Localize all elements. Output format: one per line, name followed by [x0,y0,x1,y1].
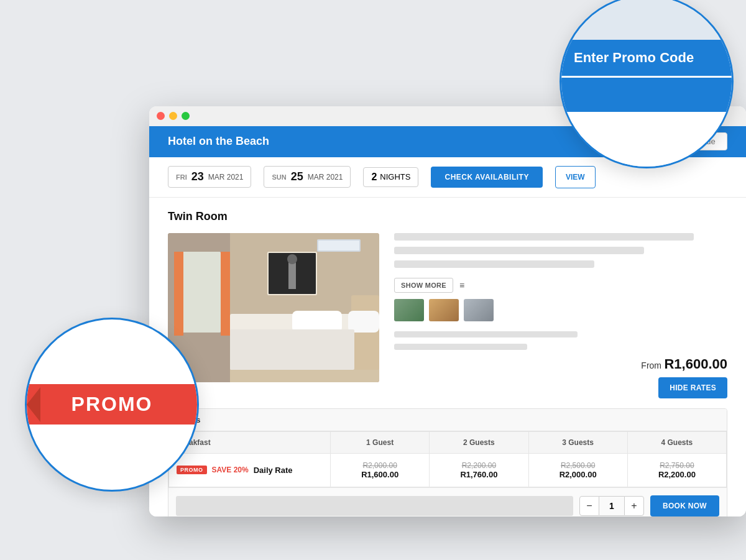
thumbnail-3[interactable] [464,299,494,321]
detail-line-2 [394,344,527,350]
price-crossed-3: R2,500.00 [536,461,620,470]
maximize-icon[interactable] [182,112,190,120]
svg-rect-10 [348,311,379,333]
svg-rect-17 [318,241,359,250]
enter-promo-top-area [561,0,732,40]
hotel-name: Hotel on the Beach [168,135,269,148]
room-image [168,233,379,382]
price-crossed-1: R2,000.00 [338,461,421,470]
quantity-increase-button[interactable]: + [624,496,644,516]
list-icon: ≡ [459,280,464,290]
svg-rect-9 [292,311,342,333]
promo-ribbon-text: PROMO [71,393,153,415]
description-line-1 [394,233,694,241]
enter-promo-callout-circle: Enter Promo Code [560,0,734,168]
show-more-bar: SHOW MORE ≡ [394,278,727,293]
rate-label-cell: PROMO SAVE 20% Daily Rate [169,453,331,487]
booking-select-bar[interactable] [176,496,573,516]
price-cell-2: R2,200.00 R1,760.00 [430,453,528,487]
col-header-2guests: 2 Guests [430,431,528,453]
quantity-control: − 1 + [579,496,644,516]
thumbnail-2[interactable] [429,299,459,321]
promo-ribbon-container: PROMO [27,384,197,425]
nights-label: NIGHTS [380,172,410,181]
nights-segment: 2 NIGHTS [363,167,418,187]
main-content: Twin Room [149,198,746,516]
checkout-day-label: SUN [272,173,286,181]
price-current-1: R1,600.00 [338,470,421,479]
price-current-4: R2,200.00 [635,470,719,479]
enter-promo-band: Enter Promo Code [561,40,732,76]
svg-marker-6 [174,252,183,336]
price-cell-1: R2,000.00 R1,600.00 [331,453,430,487]
quantity-display: 1 [599,496,624,516]
room-info: SHOW MORE ≡ From [394,233,727,398]
col-header-4guests: 4 Guests [627,431,726,453]
col-header-1guest: 1 Guest [331,431,430,453]
save-text: SAVE 20% [212,466,249,474]
rates-header: Rates [168,409,727,431]
svg-point-15 [287,254,297,264]
description-line-2 [394,247,644,254]
enter-promo-code-text: Enter Promo Code [574,50,694,66]
promo-badge: PROMO [177,466,207,474]
rates-table: Breakfast 1 Guest 2 Guests 3 Guests 4 Gu… [168,431,727,487]
rates-table-header-row: Breakfast 1 Guest 2 Guests 3 Guests 4 Gu… [169,431,727,453]
price-crossed-2: R2,200.00 [437,461,520,470]
price-crossed-4: R2,750.00 [635,461,719,470]
enter-promo-bottom-band [561,76,732,112]
price-cell-4: R2,750.00 R2,200.00 [627,453,726,487]
check-availability-button[interactable]: CHECK AVAILABILITY [431,167,542,188]
svg-marker-5 [221,252,230,336]
promo-callout-circle: PROMO [25,318,199,492]
room-price: R1,600.00 [664,356,727,372]
checkin-date-number: 23 [191,170,204,183]
booking-row: − 1 + BOOK NOW [168,487,727,516]
checkout-month: MAR 2021 [308,173,343,181]
description-line-3 [394,260,594,268]
checkin-date-segment[interactable]: FRI 23 MAR 2021 [168,166,251,188]
book-now-button[interactable]: BOOK NOW [650,495,719,516]
room-illustration [168,233,379,382]
price-area: From R1,600.00 HIDE RATES [394,356,727,398]
detail-line-1 [394,331,578,337]
price-current-2: R1,760.00 [437,470,520,479]
rates-section: Rates Breakfast 1 Guest 2 Guests 3 Guest… [168,408,727,516]
col-header-3guests: 3 Guests [528,431,627,453]
promo-ribbon: PROMO [27,384,197,425]
from-text: From [641,360,661,370]
ribbon-left-notch [27,387,40,422]
checkout-date-number: 25 [291,170,303,183]
checkout-date-segment[interactable]: SUN 25 MAR 2021 [264,166,351,188]
close-icon[interactable] [157,112,165,120]
quantity-decrease-button[interactable]: − [579,496,599,516]
from-label: From R1,600.00 [394,356,727,372]
price-cell-3: R2,500.00 R2,000.00 [528,453,627,487]
checkin-month: MAR 2021 [208,173,244,181]
minimize-icon[interactable] [169,112,177,120]
thumbnail-1[interactable] [394,299,424,321]
svg-rect-11 [230,329,354,370]
table-row: PROMO SAVE 20% Daily Rate R2,000.00 R1,6… [169,453,727,487]
thumbnail-row [394,299,727,321]
show-more-button[interactable]: SHOW MORE [394,278,453,293]
checkin-day-label: FRI [176,173,187,181]
nights-number: 2 [371,172,377,183]
rate-label-container: PROMO SAVE 20% Daily Rate [177,466,323,475]
price-current-3: R2,000.00 [536,470,620,479]
room-layout: SHOW MORE ≡ From [168,233,727,398]
rate-name: Daily Rate [254,466,293,475]
hide-rates-button[interactable]: HIDE RATES [658,377,727,398]
view-button[interactable]: VIEW [555,166,596,188]
room-title: Twin Room [168,210,727,223]
